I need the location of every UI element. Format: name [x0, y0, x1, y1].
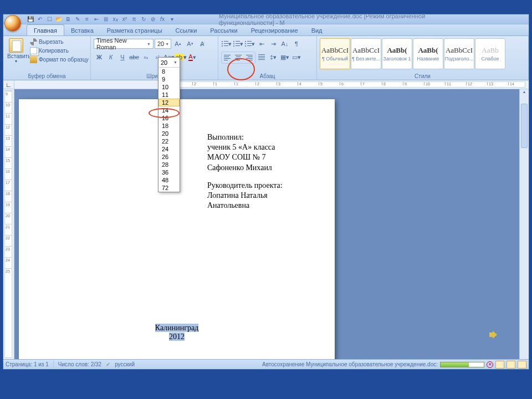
qat-cancel-icon[interactable]: ⊘	[149, 16, 157, 23]
ruler-h-scale[interactable]: 1211234567891011121314151617	[160, 81, 525, 88]
numbering-button[interactable]: ▾	[233, 38, 244, 49]
font-size-option[interactable]: 14	[158, 106, 180, 114]
cut-button[interactable]: Вырезать	[29, 38, 90, 46]
shrink-font-button[interactable]: A▾	[185, 38, 196, 49]
font-size-option[interactable]: 10	[158, 83, 180, 91]
qat-sub-icon[interactable]: x₂	[111, 16, 119, 23]
format-painter-button[interactable]: Формат по образцу	[29, 55, 90, 64]
underline-button[interactable]: Ч	[117, 52, 128, 63]
qat-indent-icon[interactable]: ≡	[83, 16, 91, 23]
indent-dec-button[interactable]: ⇤	[256, 38, 267, 49]
qat-pi-icon[interactable]: π	[130, 16, 138, 23]
qat-new[interactable]: ☐	[45, 16, 53, 23]
style-item[interactable]: AaBb(Название	[413, 38, 443, 69]
quick-access-toolbar: 💾 ↶ ☐ 📂 🗎 ✎ ≡ ⇤ ⊞ x₂ x² π ↻ ⊘ fx ▾	[27, 16, 176, 23]
tab-view[interactable]: Вид	[305, 25, 329, 35]
font-size-option[interactable]: 26	[158, 153, 180, 161]
strike-button[interactable]: abc	[129, 52, 140, 63]
bold-button[interactable]: Ж	[94, 52, 105, 63]
line-spacing-button[interactable]: ‡▾	[268, 52, 279, 63]
qat-undo[interactable]: ↶	[36, 16, 44, 23]
grow-font-button[interactable]: A▴	[172, 38, 183, 49]
tab-review[interactable]: Рецензирование	[244, 25, 305, 35]
doc-city[interactable]: Калининград	[155, 324, 199, 332]
font-size-option[interactable]: 16	[158, 114, 180, 122]
qat-fx-icon[interactable]: fx	[158, 16, 166, 23]
scrollbar-vertical[interactable]: ▴	[519, 89, 529, 359]
borders-button[interactable]: ▭▾	[291, 52, 302, 63]
paste-button[interactable]: Вставить ▼	[5, 37, 27, 64]
status-spellcheck-icon[interactable]: ✓	[106, 361, 110, 367]
font-size-option[interactable]: 20	[158, 130, 180, 137]
font-size-dropdown: 20▼ 891011121416182022242628364872	[158, 57, 180, 192]
align-left-button[interactable]	[222, 52, 233, 63]
font-color-button[interactable]: A▾	[187, 52, 198, 63]
sort-button[interactable]: A↓	[279, 38, 290, 49]
font-size-option[interactable]: 22	[158, 137, 180, 145]
show-marks-button[interactable]: ¶	[291, 38, 302, 49]
chevron-down-icon: ▼	[164, 42, 170, 46]
font-size-option[interactable]: 8	[158, 68, 180, 75]
ruler-vertical[interactable]: 910111213141516171819202122232425	[3, 89, 14, 359]
font-size-option[interactable]: 9	[158, 75, 180, 83]
qat-save[interactable]: 💾	[27, 16, 34, 23]
qat-more[interactable]: ▾	[168, 16, 176, 23]
style-item[interactable]: AaBbCcI¶ Обычный	[320, 38, 350, 69]
style-item[interactable]: AaBb(Заголовок 1	[382, 38, 412, 69]
font-size-option[interactable]: 11	[158, 91, 180, 99]
status-page[interactable]: Страница: 1 из 1	[6, 361, 49, 367]
indent-inc-button[interactable]: ⇥	[268, 38, 279, 49]
status-autosave: Автосохранение Муниципальное образовател…	[262, 361, 438, 367]
tab-mail[interactable]: Рассылки	[203, 25, 244, 35]
tab-insert[interactable]: Вставка	[64, 25, 100, 35]
document-area: 910111213141516171819202122232425 Выполн…	[3, 89, 529, 359]
tab-layout[interactable]: Разметка страницы	[100, 25, 169, 35]
document-canvas[interactable]: Выполнил: ученик 5 «А» класса МАОУ СОШ №…	[14, 89, 519, 359]
font-name-combo[interactable]: Times New Roman▼	[94, 39, 154, 49]
qat-ruler-icon[interactable]: ⊞	[102, 16, 110, 23]
tab-home[interactable]: Главная	[27, 24, 64, 35]
office-button[interactable]	[4, 15, 21, 32]
subscript-button[interactable]: x₂	[140, 52, 151, 63]
copy-button[interactable]: Копировать	[29, 47, 90, 55]
font-size-option[interactable]: 28	[158, 161, 180, 168]
scroll-thumb[interactable]	[521, 104, 528, 148]
font-size-option[interactable]: 72	[158, 184, 180, 192]
style-item[interactable]: AaBbCcI¶ Без инте...	[351, 38, 381, 69]
font-size-combo[interactable]: 20▼	[155, 39, 171, 49]
qat-sup-icon[interactable]: x²	[121, 16, 129, 23]
bullets-button[interactable]: ▾	[221, 38, 232, 49]
doc-author-block: Выполнил: ученик 5 «А» класса МАОУ СОШ №…	[207, 132, 283, 211]
font-size-option[interactable]: 36	[158, 168, 180, 176]
ruler-tab-selector[interactable]: ∟	[3, 80, 14, 89]
style-item[interactable]: AaBbCcIПодзаголо...	[444, 38, 474, 69]
align-center-button[interactable]	[233, 52, 244, 63]
status-lang[interactable]: русский	[115, 361, 135, 367]
align-right-button[interactable]	[244, 52, 255, 63]
qat-open[interactable]: 📂	[55, 16, 63, 23]
qat-refresh-icon[interactable]: ↻	[140, 16, 147, 23]
italic-button[interactable]: К	[105, 52, 116, 63]
clear-format-button[interactable]: A̷	[197, 38, 208, 49]
qat-outdent-icon[interactable]: ⇤	[93, 16, 100, 23]
font-size-option[interactable]: 18	[158, 122, 180, 130]
status-cancel-icon[interactable]: ✕	[487, 361, 493, 368]
view-print-layout[interactable]	[495, 361, 504, 369]
doc-year[interactable]: 2012	[169, 332, 185, 341]
status-words[interactable]: Число слов: 2/32	[58, 361, 101, 367]
view-web[interactable]	[518, 361, 526, 369]
styles-gallery[interactable]: AaBbCcI¶ ОбычныйAaBbCcI¶ Без инте...AaBb…	[320, 38, 505, 69]
style-item[interactable]: AaBbСлабое	[475, 38, 505, 69]
view-full-reading[interactable]	[507, 361, 515, 369]
font-size-option[interactable]: 12	[158, 99, 180, 106]
font-size-input[interactable]: 20▼	[158, 58, 180, 68]
shading-button[interactable]: ▦▾	[279, 52, 290, 63]
font-size-option[interactable]: 48	[158, 176, 180, 184]
multilevel-button[interactable]: ▾	[244, 38, 255, 49]
align-justify-button[interactable]	[256, 52, 267, 63]
qat-edit-icon[interactable]: ✎	[74, 16, 81, 23]
sound-icon[interactable]	[489, 330, 502, 341]
font-size-option[interactable]: 24	[158, 145, 180, 153]
qat-preview[interactable]: 🗎	[64, 16, 72, 23]
tab-refs[interactable]: Ссылки	[169, 25, 204, 35]
